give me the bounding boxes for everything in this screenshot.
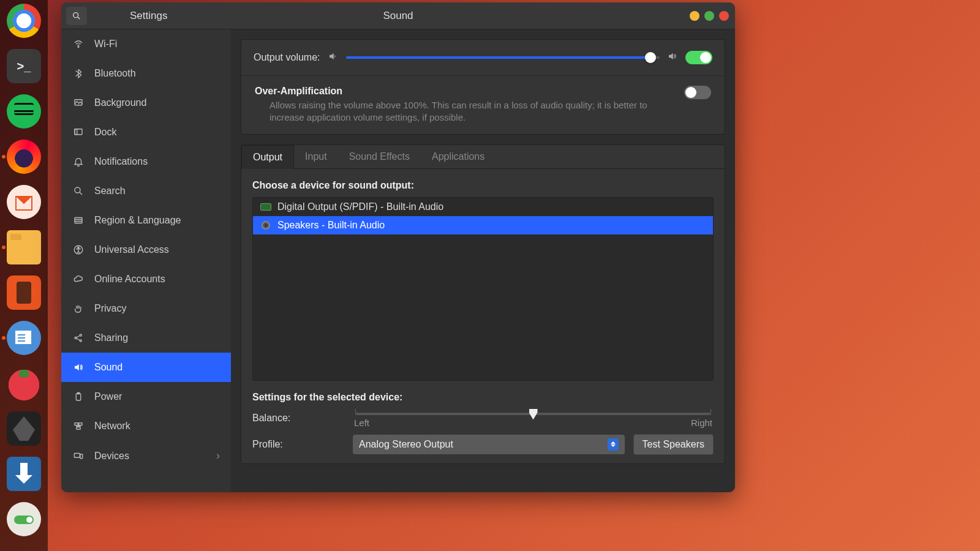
sidebar-item-privacy[interactable]: Privacy (61, 294, 231, 323)
speaker-icon (260, 221, 271, 230)
dock-app-inkscape[interactable] (7, 411, 41, 446)
svg-rect-16 (75, 423, 78, 425)
sidebar-item-wifi[interactable]: Wi-Fi (61, 29, 231, 59)
tab-input[interactable]: Input (294, 145, 338, 168)
choose-device-label: Choose a device for sound output: (252, 180, 714, 191)
output-volume-slider[interactable] (346, 56, 660, 59)
device-row[interactable]: Speakers - Built-in Audio (253, 216, 713, 234)
window-close-button[interactable] (719, 11, 729, 21)
sound-card-icon (260, 203, 271, 211)
dock-app-settings[interactable] (7, 276, 41, 310)
accessibility-icon (72, 244, 85, 256)
device-label: Digital Output (S/PDIF) - Built-in Audio (277, 201, 443, 212)
dock-app-downloader[interactable] (7, 457, 41, 491)
settings-window: Settings Sound Wi-Fi Bluetooth Backgroun… (61, 2, 735, 492)
app-title: Settings (130, 10, 167, 22)
svg-line-1 (78, 17, 80, 19)
dock-app-strawberry[interactable] (7, 366, 41, 400)
dock-app-firefox[interactable] (7, 140, 41, 174)
sidebar-item-dock[interactable]: Dock (61, 118, 231, 147)
svg-rect-17 (79, 423, 82, 425)
svg-point-0 (74, 12, 78, 17)
volume-high-icon (667, 51, 678, 64)
dock-app-spotify[interactable] (7, 94, 41, 129)
search-icon (72, 11, 81, 21)
device-label: Speakers - Built-in Audio (277, 220, 385, 231)
sidebar-item-label: Devices (94, 451, 129, 462)
sidebar-item-search[interactable]: Search (61, 176, 231, 206)
sidebar-item-label: Sharing (94, 332, 128, 343)
search-icon (72, 185, 85, 197)
profile-selected-value: Analog Stereo Output (359, 439, 453, 450)
test-speakers-button[interactable]: Test Speakers (633, 434, 714, 455)
sidebar-item-label: Dock (94, 127, 116, 138)
dock-app-libreoffice[interactable] (7, 321, 41, 355)
tab-sound-effects[interactable]: Sound Effects (338, 145, 421, 168)
tab-applications[interactable]: Applications (421, 145, 496, 168)
profile-label: Profile: (252, 439, 344, 450)
sidebar-item-notifications[interactable]: Notifications (61, 147, 231, 176)
sidebar-item-bluetooth[interactable]: Bluetooth (61, 59, 231, 88)
sidebar-item-label: Sound (94, 362, 123, 373)
profile-select[interactable]: Analog Stereo Output (353, 435, 625, 454)
svg-point-13 (80, 340, 81, 342)
search-button[interactable] (66, 7, 87, 25)
hand-icon (72, 302, 85, 315)
sidebar-item-label: Search (94, 186, 126, 197)
sidebar-item-label: Power (94, 391, 122, 402)
sidebar-item-online-accounts[interactable]: Online Accounts (61, 264, 231, 294)
devices-panel: Output Input Sound Effects Applications … (241, 144, 725, 464)
power-icon (72, 391, 85, 403)
over-amplification-title: Over-Amplification (255, 86, 676, 97)
launcher-dock (0, 0, 48, 551)
svg-rect-5 (75, 129, 77, 135)
volume-panel: Output volume: Over-Amplification Allows… (241, 39, 725, 135)
over-amplification-toggle[interactable] (684, 86, 711, 99)
output-volume-label: Output volume: (254, 52, 320, 63)
sidebar-item-label: Online Accounts (94, 274, 165, 285)
dock-app-tweaks[interactable] (7, 502, 41, 536)
output-device-list[interactable]: Digital Output (S/PDIF) - Built-in Audio… (252, 197, 714, 381)
sidebar-item-background[interactable]: Background (61, 88, 231, 118)
svg-line-7 (80, 192, 82, 195)
dock-app-terminal[interactable] (7, 49, 41, 83)
dock-app-mail[interactable] (7, 185, 41, 219)
settings-sidebar[interactable]: Wi-Fi Bluetooth Background Dock Notifica… (61, 29, 231, 492)
dock-icon (72, 126, 85, 138)
svg-point-11 (75, 337, 77, 339)
wifi-icon (72, 38, 85, 50)
sidebar-item-power[interactable]: Power (61, 382, 231, 411)
balance-slider[interactable] (355, 413, 711, 415)
sidebar-item-label: Privacy (94, 303, 126, 314)
dock-app-files[interactable] (7, 230, 41, 264)
sidebar-item-sharing[interactable]: Sharing (61, 323, 231, 353)
svg-point-12 (80, 334, 81, 336)
titlebar[interactable]: Settings Sound (61, 2, 735, 29)
devices-icon (72, 450, 85, 462)
sidebar-item-sound[interactable]: Sound (61, 353, 231, 382)
sidebar-item-label: Wi-Fi (94, 39, 117, 50)
slider-thumb[interactable] (645, 52, 656, 63)
tab-output[interactable]: Output (241, 145, 294, 169)
globe-icon (72, 214, 85, 227)
sidebar-item-label: Notifications (94, 156, 148, 167)
sidebar-item-label: Bluetooth (94, 68, 136, 79)
sidebar-item-network[interactable]: Network (61, 411, 231, 441)
dock-app-chrome[interactable] (7, 4, 41, 38)
sidebar-item-devices[interactable]: Devices › (61, 441, 231, 471)
over-amplification-description: Allows raising the volume above 100%. Th… (255, 99, 676, 124)
window-maximize-button[interactable] (704, 11, 714, 21)
cloud-icon (72, 273, 85, 285)
window-minimize-button[interactable] (690, 11, 699, 21)
svg-rect-14 (76, 394, 81, 400)
balance-right-label: Right (691, 418, 712, 428)
page-title: Sound (383, 10, 413, 22)
volume-low-icon (328, 51, 339, 64)
sidebar-item-region-language[interactable]: Region & Language (61, 206, 231, 235)
sidebar-item-universal-access[interactable]: Universal Access (61, 235, 231, 264)
output-enabled-toggle[interactable] (685, 51, 712, 64)
device-row[interactable]: Digital Output (S/PDIF) - Built-in Audio (253, 198, 713, 216)
chevron-right-icon: › (216, 449, 220, 462)
bluetooth-icon (72, 67, 85, 80)
network-icon (72, 420, 85, 432)
